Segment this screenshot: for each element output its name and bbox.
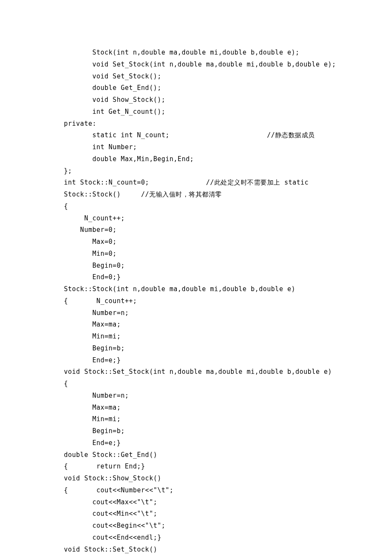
code-line: Max=0;	[64, 236, 392, 248]
code-line: static int N_count; //静态数据成员	[64, 130, 392, 142]
code-line: Stock::Stock(int n,double ma,double mi,d…	[64, 283, 392, 295]
code-line: cout<<Max<<"\t";	[64, 497, 392, 509]
code-line: };	[64, 165, 392, 177]
code-line: Begin=b;	[64, 343, 392, 355]
code-line: End=0;}	[64, 272, 392, 283]
code-line: double Get_End();	[64, 82, 392, 94]
code-line: {	[64, 378, 392, 390]
code-line: void Stock::Set_Stock()	[64, 544, 392, 555]
code-line: Max=ma;	[64, 402, 392, 414]
code-line: void Stock::Show_Stock()	[64, 473, 392, 485]
code-line: Begin=b;	[64, 425, 392, 437]
code-line: { cout<<Number<<"\t";	[64, 485, 392, 497]
code-line: End=e;}	[64, 437, 392, 449]
code-line: Stock(int n,double ma,double mi,double b…	[64, 47, 392, 59]
code-line: Min=mi;	[64, 413, 392, 425]
code-line: cout<<Min<<"\t";	[64, 508, 392, 520]
code-line: Stock::Stock() //无输入值时，将其都清零	[64, 189, 392, 201]
code-line: cout<<Begin<<"\t";	[64, 520, 392, 532]
code-line: cout<<End<<endl;}	[64, 532, 392, 544]
code-line: {	[64, 201, 392, 213]
code-line: void Show_Stock();	[64, 94, 392, 106]
code-line: { return End;}	[64, 461, 392, 473]
code-line: Min=0;	[64, 248, 392, 260]
code-line: Begin=0;	[64, 260, 392, 272]
document-page: Stock(int n,double ma,double mi,double b…	[0, 0, 392, 555]
code-line: N_count++;	[64, 213, 392, 225]
code-line: int Stock::N_count=0; //此处定义时不需要加上 stati…	[64, 177, 392, 189]
code-block: Stock(int n,double ma,double mi,double b…	[64, 47, 392, 555]
code-line: Number=n;	[64, 390, 392, 402]
code-line: private:	[64, 118, 392, 130]
code-line: Number=n;	[64, 307, 392, 319]
code-line: Number=0;	[64, 224, 392, 236]
code-line: void Set_Stock();	[64, 71, 392, 83]
code-line: double Max,Min,Begin,End;	[64, 153, 392, 165]
code-line: void Stock::Set_Stock(int n,double ma,do…	[64, 366, 392, 378]
code-line: { N_count++;	[64, 295, 392, 307]
code-line: int Number;	[64, 142, 392, 153]
code-line: double Stock::Get_End()	[64, 449, 392, 461]
code-line: Min=mi;	[64, 331, 392, 343]
code-line: int Get_N_count();	[64, 106, 392, 118]
code-line: Max=ma;	[64, 319, 392, 331]
code-line: End=e;}	[64, 355, 392, 367]
code-line: void Set_Stock(int n,double ma,double mi…	[64, 59, 392, 71]
